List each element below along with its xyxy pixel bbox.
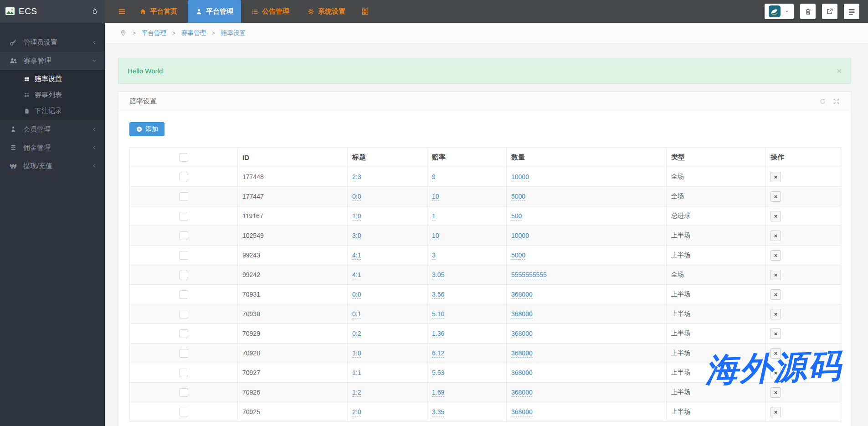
row-delete-button[interactable]: × <box>770 407 781 417</box>
row-delete-button[interactable]: × <box>770 368 781 378</box>
row-odds-editable[interactable]: 10 <box>432 193 439 201</box>
row-title-editable[interactable]: 3:0 <box>352 232 361 240</box>
row-title-editable[interactable]: 1:0 <box>352 212 361 221</box>
sidebar-item-withdraw-deposit[interactable]: ₩ 提现/充值 <box>0 157 105 175</box>
breadcrumb-link-platform-manage[interactable]: 平台管理 <box>142 29 166 37</box>
row-delete-button[interactable]: × <box>770 387 781 398</box>
breadcrumb-link-odds-settings[interactable]: 赔率设置 <box>221 29 246 37</box>
row-amount-editable[interactable]: 10000 <box>511 232 529 240</box>
row-odds-editable[interactable]: 10 <box>432 232 439 240</box>
sidebar-item-member-manage[interactable]: 会员管理 <box>0 120 105 139</box>
row-title-editable[interactable]: 1:2 <box>352 389 361 397</box>
row-title-editable[interactable]: 0:2 <box>352 330 361 338</box>
row-odds-editable[interactable]: 9 <box>432 173 436 181</box>
row-amount-editable[interactable]: 10000 <box>511 173 529 181</box>
sidebar-item-commission-manage[interactable]: 佣金管理 <box>0 139 105 157</box>
sidebar-subitem-match-list[interactable]: 赛事列表 <box>0 87 105 103</box>
row-title-editable[interactable]: 0:1 <box>352 310 361 318</box>
sidebar-toggle-button[interactable] <box>118 7 126 16</box>
row-amount-editable[interactable]: 368000 <box>511 408 533 416</box>
row-odds-editable[interactable]: 5.10 <box>432 310 444 318</box>
row-delete-button[interactable]: × <box>770 172 781 182</box>
row-title-editable[interactable]: 1:1 <box>352 369 361 377</box>
row-amount-editable[interactable]: 368000 <box>511 330 533 338</box>
row-delete-button[interactable]: × <box>770 211 781 221</box>
row-amount-editable[interactable]: 500 <box>511 212 522 221</box>
select-all-checkbox[interactable] <box>180 153 188 162</box>
row-checkbox[interactable] <box>180 329 188 338</box>
sidebar-subitem-label: 赔率设置 <box>35 75 62 83</box>
sidebar-subitem-odds-settings[interactable]: 赔率设置 <box>0 71 105 87</box>
row-title-editable[interactable]: 0:0 <box>352 193 361 201</box>
row-title-editable[interactable]: 2:0 <box>352 408 361 416</box>
row-amount-editable[interactable]: 368000 <box>511 389 533 397</box>
theme-droplet-button[interactable] <box>91 7 98 16</box>
nav-item-platform-manage[interactable]: 平台管理 <box>188 0 241 23</box>
row-type: 总进球 <box>671 212 690 219</box>
row-odds-editable[interactable]: 3.56 <box>432 291 444 299</box>
sidebar-subitem-bet-records[interactable]: 下注记录 <box>0 103 105 119</box>
nav-item-system-settings[interactable]: 系统设置 <box>300 0 353 23</box>
row-delete-button[interactable]: × <box>770 309 781 319</box>
row-odds-editable[interactable]: 1 <box>432 212 436 221</box>
row-delete-button[interactable]: × <box>770 231 781 241</box>
add-button[interactable]: 添加 <box>129 122 164 136</box>
add-button-label: 添加 <box>145 125 158 133</box>
row-title-editable[interactable]: 2:3 <box>352 173 361 181</box>
external-link-button[interactable] <box>822 4 837 19</box>
row-delete-button[interactable]: × <box>770 289 781 300</box>
row-title-editable[interactable]: 4:1 <box>352 251 361 260</box>
row-title-editable[interactable]: 1:0 <box>352 349 361 358</box>
row-checkbox[interactable] <box>180 173 188 181</box>
row-checkbox[interactable] <box>180 290 188 299</box>
row-checkbox[interactable] <box>180 192 188 201</box>
row-id: 70931 <box>242 291 260 298</box>
row-checkbox[interactable] <box>180 271 188 279</box>
row-amount-editable[interactable]: 368000 <box>511 369 533 377</box>
sidebar-item-admin-settings[interactable]: 管理员设置 <box>0 33 105 51</box>
row-delete-button[interactable]: × <box>770 270 781 280</box>
row-amount-editable[interactable]: 368000 <box>511 349 533 358</box>
row-odds-editable[interactable]: 3.35 <box>432 408 444 416</box>
row-odds-editable[interactable]: 1.69 <box>432 389 444 397</box>
row-checkbox[interactable] <box>180 408 188 416</box>
breadcrumb-link-match-manage[interactable]: 赛事管理 <box>181 29 206 37</box>
row-amount-editable[interactable]: 5000 <box>511 193 525 201</box>
row-odds-editable[interactable]: 6.12 <box>432 349 444 358</box>
row-id: 99243 <box>242 251 260 259</box>
user-menu-button[interactable] <box>765 4 794 19</box>
row-amount-editable[interactable]: 5555555555 <box>511 271 547 279</box>
row-title-editable[interactable]: 4:1 <box>352 271 361 279</box>
nav-grid-button[interactable] <box>356 0 375 23</box>
row-odds-editable[interactable]: 3.05 <box>432 271 444 279</box>
page-body: Hello World × 赔率设置 添加 <box>105 44 868 426</box>
row-odds-editable[interactable]: 5.53 <box>432 369 444 377</box>
nav-item-announcement-manage[interactable]: 公告管理 <box>244 0 297 23</box>
row-checkbox[interactable] <box>180 388 188 397</box>
row-delete-button[interactable]: × <box>770 348 781 359</box>
fullscreen-button[interactable] <box>833 98 840 105</box>
trash-button[interactable] <box>800 4 816 19</box>
row-checkbox[interactable] <box>180 349 188 358</box>
row-checkbox[interactable] <box>180 369 188 377</box>
row-delete-button[interactable]: × <box>770 328 781 339</box>
row-delete-button[interactable]: × <box>770 191 781 202</box>
row-odds-editable[interactable]: 3 <box>432 251 436 260</box>
row-amount-editable[interactable]: 368000 <box>511 310 533 318</box>
row-checkbox[interactable] <box>180 231 188 240</box>
row-amount-editable[interactable]: 368000 <box>511 291 533 299</box>
menu-list-button[interactable] <box>844 4 859 19</box>
row-checkbox[interactable] <box>180 212 188 221</box>
row-odds-editable[interactable]: 1.36 <box>432 330 444 338</box>
refresh-button[interactable] <box>819 98 826 105</box>
row-title-editable[interactable]: 0:0 <box>352 291 361 299</box>
alert-close-button[interactable]: × <box>834 67 844 76</box>
topbar: ECS 平台首页 平台管理 公告管理 系统设置 <box>0 0 868 23</box>
sidebar-item-match-manage[interactable]: 赛事管理 <box>0 51 105 70</box>
row-delete-button[interactable]: × <box>770 250 781 261</box>
odds-settings-panel: 赔率设置 添加 <box>118 91 851 426</box>
nav-item-platform-home[interactable]: 平台首页 <box>132 0 185 23</box>
row-checkbox[interactable] <box>180 310 188 318</box>
row-amount-editable[interactable]: 5000 <box>511 251 525 260</box>
row-checkbox[interactable] <box>180 251 188 260</box>
